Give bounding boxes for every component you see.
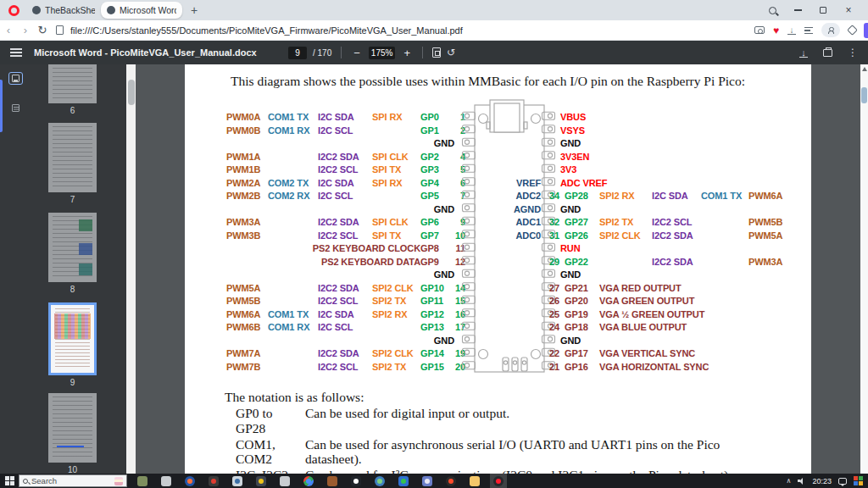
page-info-icon[interactable] (56, 25, 64, 35)
gp-label: GP4 (420, 177, 454, 191)
pinout-right-row: 24GP18VGA BLUE OUTPUT (549, 321, 799, 335)
globe-icon[interactable] (371, 474, 388, 488)
profile-button[interactable] (821, 23, 840, 37)
download-manager-icon[interactable] (395, 474, 412, 488)
opera-beta-icon[interactable] (442, 474, 459, 488)
reload-button[interactable]: ↻ (34, 21, 51, 40)
windows-taskbar: Search ∧ 20:23 (0, 474, 868, 488)
power-label: VBUS (560, 111, 586, 125)
rotate-button[interactable]: ↺ (447, 47, 455, 58)
opera-icon[interactable] (490, 474, 507, 488)
start-button[interactable] (0, 474, 19, 488)
player-icon[interactable] (348, 474, 364, 488)
thumbnails-panel-button[interactable] (8, 72, 23, 85)
fit-page-button[interactable] (432, 47, 441, 58)
tab-title: TheBackShed.com - Forum (45, 5, 95, 15)
taskbar-search-box[interactable]: Search (19, 474, 127, 487)
ps2-label: PS2 KEYBOARD CLOCK (268, 242, 420, 256)
page-number-input[interactable]: 9 (288, 47, 307, 59)
pinout-left-row: PWM5AI2C2 SDASPI2 CLKGP1014 (226, 282, 465, 296)
vm-monitor2-icon[interactable] (276, 474, 293, 488)
gp-label: GP7 (420, 230, 454, 243)
tab-search-button[interactable] (760, 1, 785, 19)
gp-label: GP8 (420, 242, 454, 256)
com-label: COM1 TX (268, 111, 318, 125)
minimize-button[interactable] (785, 1, 810, 19)
i2c-label: I2C2 SDA (318, 282, 372, 296)
scrollbar-thumb[interactable] (861, 87, 867, 103)
pinout-right-row: 27GP21VGA RED OUTPUT (549, 282, 799, 296)
close-button[interactable]: × (836, 1, 861, 19)
tab-backshed[interactable]: TheBackShed.com - Forum (26, 2, 101, 19)
scrollbar-thumb[interactable] (128, 80, 135, 105)
tray-expand-button[interactable]: ∧ (787, 477, 792, 485)
power-label: 3V3EN (560, 151, 589, 164)
pdf-toolbar-right: ↓ ⋮ (799, 47, 858, 58)
thumbnail-page-9[interactable] (48, 302, 97, 375)
thumbnail-page-6[interactable] (48, 64, 97, 103)
pinout-left-row: PWM3BI2C2 SCLSPI TXGP710 (226, 230, 465, 243)
tab-pdf-active[interactable]: Microsoft Word - PicoMit (101, 2, 182, 19)
zoom-level-input[interactable]: 175% (369, 47, 396, 59)
terminal-icon[interactable] (324, 474, 341, 488)
zoom-out-button[interactable]: − (351, 47, 363, 59)
thumbnail-page-8[interactable] (48, 213, 97, 282)
spi-label (372, 190, 420, 203)
tab-bar: TheBackShed.com - Forum Microsoft Word -… (0, 0, 868, 20)
print-button[interactable] (823, 49, 832, 57)
file-explorer-icon[interactable] (466, 474, 483, 488)
spi-label: SPI2 CLK (372, 347, 420, 361)
opera-logo-icon[interactable] (8, 5, 19, 16)
player-icon (351, 476, 361, 486)
new-tab-button[interactable]: + (187, 2, 201, 19)
keepass-icon (256, 476, 266, 486)
more-options-button[interactable]: ⋮ (848, 47, 858, 58)
com-label: COM2 TX (268, 177, 318, 191)
reading-list-button[interactable] (804, 27, 813, 34)
notation-term: COM1, COM2 (236, 437, 305, 467)
gnd-label: GND (226, 335, 454, 348)
gp-label: GP20 (565, 295, 599, 308)
clock[interactable]: 20:23 (812, 477, 832, 485)
tray-app-icon[interactable] (854, 476, 863, 485)
scroll-up-arrow[interactable] (862, 67, 867, 71)
forward-button[interactable]: › (17, 21, 34, 40)
extensions-button[interactable] (849, 26, 856, 34)
maximize-button[interactable] (810, 1, 836, 19)
putty-icon[interactable] (419, 474, 436, 488)
menu-button[interactable] (10, 48, 22, 57)
main-scrollbar[interactable] (860, 64, 868, 474)
notepad-icon[interactable] (229, 474, 246, 488)
pinout-left-row: GND (226, 203, 465, 217)
volume-icon[interactable] (798, 478, 805, 485)
media-player-icon[interactable] (205, 474, 222, 488)
pinout-right-row: 26GP20VGA GREEN OUTPUT (549, 295, 799, 308)
remote-desktop-icon[interactable] (134, 474, 151, 488)
thumbnail-page-10[interactable] (48, 393, 97, 463)
bookmark-button[interactable]: ♥ (773, 25, 779, 36)
pinout-right-row: GND (549, 269, 799, 282)
document-area: This diagram shows the possible uses wit… (136, 64, 868, 474)
downloads-button[interactable]: ↓ (787, 26, 796, 35)
zoom-in-button[interactable]: + (401, 47, 413, 59)
sidebar-scrollbar[interactable] (126, 64, 136, 474)
gp-label: GP15 (420, 361, 454, 374)
pdf-download-button[interactable]: ↓ (799, 48, 808, 58)
notifications-icon[interactable] (838, 478, 847, 485)
thumbnail-page-7[interactable] (48, 123, 97, 192)
chrome-icon[interactable] (300, 474, 317, 488)
pinout-right-row: VBUS (549, 111, 799, 125)
pinout-left-row: PWM1BI2C2 SCLSPI TXGP35 (226, 164, 465, 177)
vm-monitor-icon[interactable] (158, 474, 175, 488)
gnd-label: GND (560, 137, 581, 151)
back-button[interactable]: ‹ (0, 21, 17, 40)
outline-panel-button[interactable] (8, 102, 23, 114)
pwm-label: PWM0B (226, 125, 268, 138)
firefox-icon[interactable] (181, 474, 198, 488)
pinout-right-row: 34GP28SPI2 RXI2C SDACOM1 TXPWM6A (549, 190, 799, 203)
url-field[interactable]: file:///C:/Users/stanley555/Documents/Pi… (70, 25, 750, 36)
keepass-icon[interactable] (253, 474, 270, 488)
snapshot-button[interactable] (754, 26, 765, 34)
sidebar-handle[interactable] (864, 23, 868, 38)
notation-description: Can be used for asynchronous serial I/O … (305, 437, 750, 467)
